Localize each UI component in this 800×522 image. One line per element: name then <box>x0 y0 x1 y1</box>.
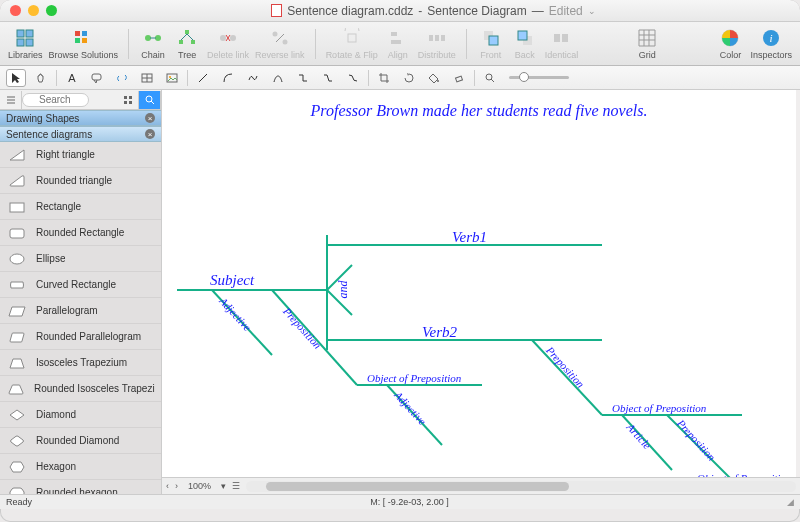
shape-label: Right triangle <box>36 149 95 160</box>
scroll-thumb[interactable] <box>266 482 568 491</box>
status-resize-icon[interactable]: ◢ <box>787 497 794 507</box>
sidebar-view-search[interactable] <box>139 91 161 109</box>
search-input[interactable] <box>22 93 89 107</box>
link-tool[interactable] <box>112 69 132 87</box>
page-prev[interactable]: ‹ <box>166 481 169 491</box>
tree-button[interactable]: Tree <box>173 27 201 60</box>
text-tool[interactable]: A <box>62 69 82 87</box>
shape-item[interactable]: Rectangle <box>0 194 161 220</box>
shape-item[interactable]: Rounded hexagon <box>0 480 161 494</box>
smart-connector-tool[interactable] <box>318 69 338 87</box>
pointer-tool[interactable] <box>6 69 26 87</box>
lbl-obj-prep-1: Object of Preposition <box>367 372 461 384</box>
close-window[interactable] <box>10 5 21 16</box>
callout-tool[interactable] <box>87 69 107 87</box>
zoom-value[interactable]: 100% <box>184 481 215 491</box>
zoom-slider[interactable] <box>509 76 569 79</box>
reverse-link-button[interactable]: Reverse link <box>255 27 305 60</box>
delete-link-icon <box>217 27 239 49</box>
zoom-thumb[interactable] <box>519 72 529 82</box>
close-section-icon[interactable]: × <box>145 129 155 139</box>
svg-rect-52 <box>124 96 127 99</box>
canvas[interactable]: Professor Brown made her students read f… <box>162 90 796 477</box>
shape-item[interactable]: Ellipse <box>0 246 161 272</box>
grid-icon <box>636 27 658 49</box>
shape-item[interactable]: Parallelogram <box>0 298 161 324</box>
shape-item[interactable]: Right triangle <box>0 142 161 168</box>
delete-link-button[interactable]: Delete link <box>207 27 249 60</box>
shape-item[interactable]: Hexagon <box>0 454 161 480</box>
rotate-tool[interactable] <box>399 69 419 87</box>
color-button[interactable]: Color <box>716 27 744 60</box>
shape-item[interactable]: Rounded Diamond <box>0 428 161 454</box>
shape-icon <box>6 146 28 164</box>
shape-item[interactable]: Diamond <box>0 402 161 428</box>
browse-label: Browse Solutions <box>49 50 119 60</box>
line-tool[interactable] <box>193 69 213 87</box>
front-button[interactable]: Front <box>477 27 505 60</box>
zoom-menu-icon[interactable]: ▾ <box>221 481 226 491</box>
back-button[interactable]: Back <box>511 27 539 60</box>
round-connector-tool[interactable] <box>343 69 363 87</box>
close-section-icon[interactable]: × <box>145 113 155 123</box>
libraries-button[interactable]: Libraries <box>8 27 43 60</box>
inspectors-button[interactable]: iInspectors <box>750 27 792 60</box>
zoom-window[interactable] <box>46 5 57 16</box>
shape-item[interactable]: Rounded Parallelogram <box>0 324 161 350</box>
lbl-verb1: Verb1 <box>452 229 487 246</box>
lbl-obj-prep-2: Object of Preposition <box>612 402 706 414</box>
bezier-tool[interactable] <box>268 69 288 87</box>
browse-solutions-button[interactable]: Browse Solutions <box>49 27 119 60</box>
browse-icon <box>72 27 94 49</box>
fill-tool[interactable] <box>424 69 444 87</box>
align-button[interactable]: Align <box>384 27 412 60</box>
section-drawing-shapes[interactable]: Drawing Shapes × <box>0 110 161 126</box>
svg-rect-3 <box>26 39 33 46</box>
svg-rect-13 <box>191 40 195 44</box>
align-label: Align <box>388 50 408 60</box>
sidebar-view-grid[interactable] <box>117 91 139 109</box>
svg-rect-33 <box>562 34 568 42</box>
svg-rect-55 <box>129 101 132 104</box>
rotate-flip-button[interactable]: Rotate & Flip <box>326 27 378 60</box>
sidebar-view-list[interactable] <box>0 91 22 109</box>
shape-item[interactable]: Rounded Rectangle <box>0 220 161 246</box>
back-label: Back <box>515 50 535 60</box>
svg-rect-38 <box>92 74 101 80</box>
main-toolbar: Libraries Browse Solutions Chain Tree De… <box>0 22 800 66</box>
section-sentence-diagrams[interactable]: Sentence diagrams × <box>0 126 161 142</box>
diagram-sentence: Professor Brown made her students read f… <box>162 102 796 120</box>
erase-tool[interactable] <box>449 69 469 87</box>
table-tool[interactable] <box>137 69 157 87</box>
image-tool[interactable] <box>162 69 182 87</box>
chain-button[interactable]: Chain <box>139 27 167 60</box>
minimize-window[interactable] <box>28 5 39 16</box>
hand-tool[interactable] <box>31 69 51 87</box>
front-icon <box>480 27 502 49</box>
connector-tool[interactable] <box>293 69 313 87</box>
shape-icon <box>6 250 28 268</box>
arc-tool[interactable] <box>218 69 238 87</box>
page-next[interactable]: › <box>175 481 178 491</box>
shape-label: Rounded hexagon <box>36 487 118 494</box>
spline-tool[interactable] <box>243 69 263 87</box>
shape-item[interactable]: Rounded triangle <box>0 168 161 194</box>
shape-icon <box>6 380 26 398</box>
grid-button[interactable]: Grid <box>633 27 661 60</box>
svg-rect-1 <box>26 30 33 37</box>
shape-item[interactable]: Isosceles Trapezium <box>0 350 161 376</box>
shape-label: Rounded Parallelogram <box>36 331 141 342</box>
sentence-diagram-svg <box>162 130 792 477</box>
status-coord: M: [ -9.2e-03, 2.00 ] <box>32 497 787 507</box>
zoom-tool[interactable] <box>480 69 500 87</box>
horizontal-scrollbar[interactable] <box>246 481 796 492</box>
identical-button[interactable]: Identical <box>545 27 579 60</box>
crop-tool[interactable] <box>374 69 394 87</box>
svg-line-44 <box>199 74 207 82</box>
chevron-down-icon[interactable]: ⌄ <box>588 6 596 16</box>
shape-icon <box>6 198 28 216</box>
shape-item[interactable]: Curved Rectangle <box>0 272 161 298</box>
distribute-button[interactable]: Distribute <box>418 27 456 60</box>
shape-item[interactable]: Rounded Isosceles Trapezium <box>0 376 161 402</box>
shape-icon <box>6 172 28 190</box>
